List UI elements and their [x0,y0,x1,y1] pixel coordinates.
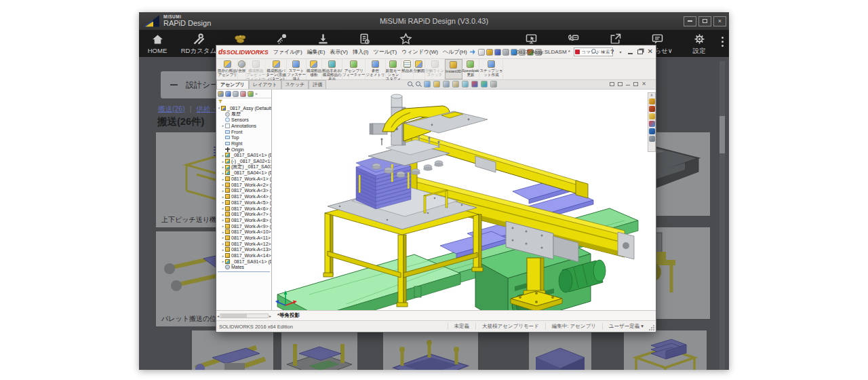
cmd-button-Speedpak[interactable]: Speedpak 更新 [462,59,480,79]
tree-horizontal-scrollbar[interactable]: ◂ ▸ [216,313,272,319]
tree-item[interactable]: ▸_0817_SA04<1> (Default<D [216,170,271,176]
cmd-button-参照[interactable]: 参照 ジオメトリ [366,59,385,79]
cmd-button-合致[interactable]: 合致 [238,59,246,79]
tree-item[interactable]: ▸0817_Work-A<10> (Default [216,229,271,235]
tree-item[interactable]: ▸0817_Work-A<8> (Default< [216,217,271,223]
sw-menu-編集(E)[interactable]: 編集(E) [307,48,326,56]
view-orientation-tab[interactable]: *等角投影 [277,312,300,319]
sw-tab-アセンブリ[interactable]: アセンブリ [216,80,249,89]
tree-item[interactable]: ▸0817_Work-A<5> (Default< [216,200,271,206]
cmd-button-新規モー[interactable]: 新規モー ション スタディ [386,59,402,79]
apply-scene-icon[interactable] [481,81,488,88]
tree-filter-row[interactable] [216,98,271,104]
cmd-button-スナップショ[interactable]: スナップショ ット作成 [479,59,503,79]
tree-item[interactable]: ▸0817_Work-A<14> (Default [216,252,271,259]
property-manager-icon[interactable] [225,91,231,97]
tree-item[interactable]: ▸_0817_SA01<1> (Default<D [216,153,271,159]
sw-menu-ヘルプ(H)[interactable]: ヘルプ(H) [443,48,467,56]
section-view-icon[interactable] [433,81,440,88]
panel-overflow-icon[interactable]: » [255,92,258,96]
zoom-area-icon[interactable] [416,81,421,87]
tree-item[interactable]: Mates [216,265,271,271]
view-orientation-icon[interactable] [443,81,450,88]
sw-menu-表示(V)[interactable]: 表示(V) [330,48,348,56]
resize-grip[interactable] [648,324,654,330]
scrollbar-thumb[interactable] [719,116,725,153]
save-icon[interactable] [494,49,501,56]
dimxpert-icon[interactable] [240,91,246,97]
cmd-button-部品非表示/[interactable]: 部品非表示/ 構成部品の 表示 [322,59,342,79]
sw-tab-スケッチ[interactable]: スケッチ [281,80,309,89]
tree-item[interactable]: ▸0817_Work-A<9> (Default< [216,223,271,229]
scene-card[interactable] [281,330,357,370]
view-settings-icon[interactable] [490,81,497,88]
cmd-button-既存の部品/[interactable]: 既存の部品/ アセンブリ [218,59,238,79]
tree-item[interactable]: ▸0817_Work-A<13> (Default [216,247,271,253]
sw-tab-評価[interactable]: 評価 [309,80,326,89]
cmd-button-分解ライン[interactable]: 分解ライン スケッチ [425,59,445,79]
open-icon[interactable] [486,49,493,56]
zoom-fit-icon[interactable] [408,81,413,87]
cmd-button-構成部品[interactable]: 構成部品 移動 [307,59,322,79]
pin-icon[interactable] [470,50,475,55]
more-menu-button[interactable] [718,37,726,52]
nav-item-RDカスタム[interactable]: RDカスタム [180,30,218,57]
cmd-button-構成部品[interactable]: 構成部品 プレビュー ウィンドウ [246,59,266,79]
cmd-button-アセンブリ[interactable]: アセンブリ フィーチャー [342,59,366,79]
scene-card[interactable] [383,330,478,370]
tree-item[interactable]: ▸0817_Work-A<2> (Default< [216,182,271,188]
content-scrollbar[interactable] [719,61,725,370]
scene-card[interactable] [192,330,273,370]
cmd-button-構成部品パ[interactable]: 構成部品パ ターン(直線 パターン) [266,59,287,79]
child-restore-icon[interactable] [610,82,614,86]
sw-tab-レイアウト[interactable]: レイアウト [249,80,281,89]
sw-menu-ツール(T)[interactable]: ツール(T) [374,48,397,56]
previous-view-icon[interactable] [424,81,431,88]
forum-icon[interactable] [649,136,655,142]
child-maximize-icon[interactable] [633,82,638,86]
tree-item[interactable]: ▸0817_Work-A<12> (Default [216,241,271,247]
tree-item[interactable]: ▾_0817_Assy (Default<Default_D [216,105,271,111]
tree-item[interactable]: Front [216,129,271,135]
sw-close-button[interactable]: ✕ [648,49,653,54]
edit-appearance-icon[interactable] [471,81,478,88]
sw-restore-button[interactable] [637,50,643,54]
scroll-track[interactable] [220,314,269,318]
tree-item[interactable]: ▸0817_Work-A<1> (Default< [216,176,271,182]
display-style-icon[interactable] [452,81,459,88]
feature-manager-icon[interactable] [218,91,224,97]
library-icon[interactable] [649,106,655,112]
tree-item[interactable]: Sensors [216,117,271,123]
cmd-button-Instant3D[interactable]: Instant3D [445,59,462,79]
new-icon[interactable] [478,49,485,56]
cmd-button-部品表[interactable]: 部品表 [401,59,414,79]
appearances-icon[interactable] [649,121,655,127]
tree-item[interactable]: ▸_0817_SA91<1> (Default) [216,259,271,265]
hide-show-icon[interactable] [462,81,469,88]
child-close-icon[interactable]: ✕ [642,81,646,86]
maximize-button[interactable] [698,16,711,26]
panel-splitter[interactable] [218,271,270,273]
child-minimize-icon[interactable] [626,85,630,86]
resources-icon[interactable] [649,98,655,104]
search-icon[interactable] [591,49,597,54]
file-explorer-icon[interactable] [649,113,655,119]
cmd-button-分解図[interactable]: 分解図 [414,59,426,79]
scroll-left-icon[interactable]: ◂ [217,314,219,318]
tree-item[interactable]: ▸0817_Work-A<11> (Default [216,235,271,241]
graphics-viewport[interactable]: ∧ [272,90,656,310]
scene-card[interactable] [529,330,591,370]
nav-item-HOME[interactable]: HOME [138,30,176,57]
close-button[interactable]: × [713,16,726,26]
tree-item[interactable]: Origin [216,147,271,153]
filter-link-transport[interactable]: 搬送(26) [158,104,185,113]
tree-item[interactable]: Top [216,134,271,140]
tree-item[interactable]: ▸0817_Work-A<7> (Default< [216,211,271,217]
minimize-button[interactable] [684,16,696,26]
tree-item[interactable]: ▸0817_Work-A<4> (Default< [216,193,271,200]
scene-card[interactable] [624,330,707,370]
sw-menu-ウィンドウ(W)[interactable]: ウィンドウ(W) [401,48,438,56]
tree-item[interactable]: ▸0817_Work-A<6> (Default< [216,206,271,212]
taskpane-collapse-icon[interactable]: ∧ [650,94,653,97]
custom-properties-icon[interactable] [649,128,655,134]
